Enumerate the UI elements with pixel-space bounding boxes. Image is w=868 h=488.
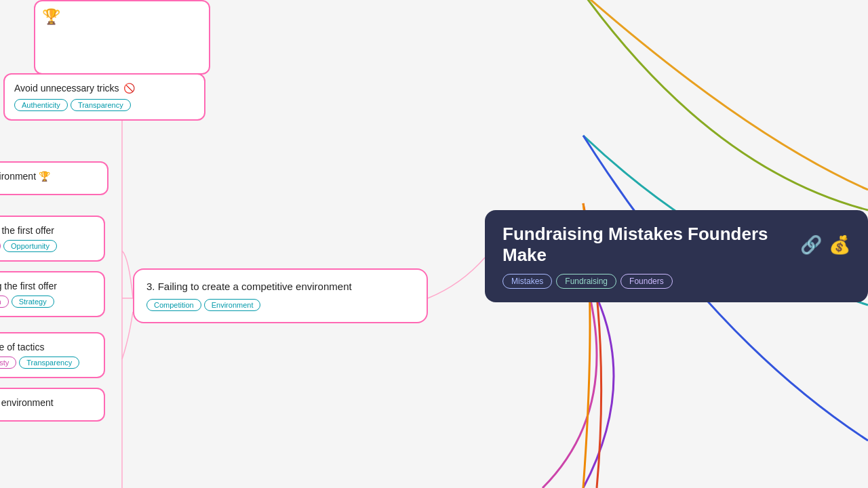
tag-t[interactable]: t	[0, 240, 1, 252]
tag-transparency-2[interactable]: Transparency	[19, 357, 79, 369]
tag-opportunity[interactable]: Opportunity	[3, 240, 57, 252]
environment-node[interactable]: environment 🏆	[0, 161, 108, 195]
main-card-title: Fundraising Mistakes Founders Make 🔗 💰	[502, 224, 850, 266]
main-fundraising-card[interactable]: Fundraising Mistakes Founders Make 🔗 💰 M…	[485, 210, 868, 302]
competitive-title: 3. Failing to create a competitive envir…	[146, 281, 414, 292]
comp-env-small-title: tive environment	[0, 397, 94, 408]
aware-tactics-node[interactable]: ware of tactics nesty Transparency	[0, 332, 105, 378]
first-offer-2-tags: ion Strategy	[0, 296, 94, 308]
competitive-environment-node[interactable]: 3. Failing to create a competitive envir…	[133, 268, 428, 323]
tag-ion[interactable]: ion	[0, 296, 9, 308]
avoid-tricks-tags: Authenticity Transparency	[14, 99, 195, 111]
environment-title: environment 🏆	[0, 171, 98, 182]
tag-fundraising[interactable]: Fundraising	[556, 274, 616, 289]
main-card-tags: Mistakes Fundraising Founders	[502, 274, 850, 289]
comp-env-small-node[interactable]: tive environment	[0, 388, 105, 422]
avoid-tricks-title: Avoid unnecessary tricks 🚫	[14, 83, 195, 94]
money-icon: 💰	[829, 235, 850, 256]
avoid-tricks-node[interactable]: Avoid unnecessary tricks 🚫 Authenticity …	[3, 73, 205, 121]
competitive-tags: Competition Environment	[146, 299, 414, 311]
tag-founders[interactable]: Founders	[620, 274, 673, 289]
no-tricks-icon: 🚫	[123, 83, 135, 94]
first-offer-1-title: ting the first offer	[0, 225, 94, 236]
tag-transparency-1[interactable]: Transparency	[71, 99, 131, 111]
aware-tactics-tags: nesty Transparency	[0, 357, 94, 369]
aware-tactics-title: ware of tactics	[0, 342, 94, 352]
tag-competition[interactable]: Competition	[146, 299, 201, 311]
tag-authenticity[interactable]: Authenticity	[14, 99, 68, 111]
first-offer-2-node[interactable]: ging the first offer ion Strategy	[0, 271, 105, 317]
first-offer-2-title: ging the first offer	[0, 281, 94, 291]
tag-strategy[interactable]: Strategy	[12, 296, 54, 308]
tag-mistakes[interactable]: Mistakes	[502, 274, 552, 289]
trophy-icon: 🏆	[42, 8, 60, 26]
link-icon: 🔗	[800, 235, 822, 256]
trophy-top-node: 🏆	[34, 0, 210, 75]
first-offer-1-tags: t Opportunity	[0, 240, 94, 252]
tag-environment[interactable]: Environment	[204, 299, 261, 311]
tag-nesty[interactable]: nesty	[0, 357, 16, 369]
first-offer-1-node[interactable]: ting the first offer t Opportunity	[0, 216, 105, 262]
